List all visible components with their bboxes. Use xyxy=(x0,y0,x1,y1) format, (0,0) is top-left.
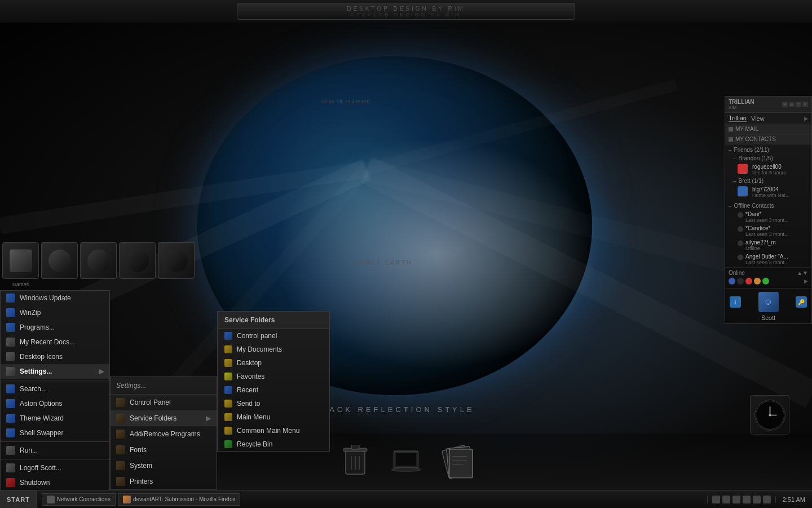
tray-icon-6[interactable] xyxy=(763,496,771,503)
settings-control-panel[interactable]: Control Panel xyxy=(111,395,217,410)
sf-favorites[interactable]: Favorites xyxy=(218,370,329,383)
start-button[interactable]: START xyxy=(0,491,37,508)
trillian-friends-group: – Friends (2/11) – Brandon (1/5) roguece… xyxy=(725,144,811,200)
settings-arrow: ▶ xyxy=(99,367,104,375)
trillian-icon-green[interactable] xyxy=(762,278,769,284)
settings-printers[interactable]: Printers xyxy=(111,474,217,489)
menu-separator-2 xyxy=(1,441,109,442)
ailyne-status: Offline xyxy=(745,246,776,251)
menu-item-windows-update[interactable]: Windows Update xyxy=(1,291,109,305)
add-remove-icon xyxy=(116,430,125,439)
trillian-icon-red[interactable] xyxy=(745,278,752,284)
sf-common-main-menu[interactable]: Common Main Menu xyxy=(218,424,329,437)
tray-icon-5[interactable] xyxy=(753,496,761,503)
settings-service-folders[interactable]: Service Folders ▶ xyxy=(111,410,217,426)
brandon-dash: – xyxy=(733,155,736,161)
sf-my-documents[interactable]: My Documents xyxy=(218,343,329,356)
settings-add-remove[interactable]: Add/Remove Programs xyxy=(111,426,217,442)
candice-name: *Candice* xyxy=(745,225,789,231)
dock-laptop-icon[interactable] xyxy=(389,445,423,479)
sf-recycle-bin[interactable]: Recycle Bin xyxy=(218,437,329,451)
sf-control-panel[interactable]: Control panel xyxy=(218,329,329,343)
ailyne-info: ailyne27f_m Offline xyxy=(745,239,776,251)
menu-item-recent-docs[interactable]: My Recent Docs... xyxy=(1,335,109,349)
dani-contact[interactable]: *Dani* Last seen 3 mont... xyxy=(733,210,808,224)
trillian-nav-trillian[interactable]: Trillian xyxy=(729,115,747,122)
trillian-nav-view[interactable]: View xyxy=(751,115,765,122)
app-icon-games[interactable]: Games xyxy=(2,242,39,279)
settings-system[interactable]: System xyxy=(111,458,217,474)
menu-separator-1 xyxy=(1,380,109,380)
sf-desktop[interactable]: Desktop xyxy=(218,356,329,370)
sf-common-main-menu-icon xyxy=(224,427,232,435)
app-icon-5[interactable] xyxy=(158,242,195,279)
trillian-more-arrow[interactable]: ▶ xyxy=(804,278,808,284)
trillian-nav-arrow[interactable]: ▶ xyxy=(804,116,808,121)
trillian-status-label[interactable]: Online xyxy=(729,270,745,276)
roguecell-avatar xyxy=(738,164,748,174)
desktop-icons-label: Desktop Icons xyxy=(20,353,63,361)
menu-item-settings[interactable]: Settings... ▶ xyxy=(1,364,109,379)
trillian-profile-left-symbol: ℹ xyxy=(734,299,736,305)
sf-control-panel-label: Control panel xyxy=(237,332,277,340)
sf-favorites-icon xyxy=(224,373,232,380)
app-icon-4[interactable] xyxy=(119,242,156,279)
tray-icon-1[interactable] xyxy=(712,496,720,503)
trillian-icons-row: ▶ xyxy=(729,276,808,286)
logoff-icon xyxy=(6,463,15,472)
sf-send-to[interactable]: Send to xyxy=(218,397,329,410)
menu-item-search[interactable]: Search... xyxy=(1,382,109,396)
friends-label: Friends (2/11) xyxy=(734,147,769,153)
service-folders-icon xyxy=(116,414,125,423)
trillian-chevron-icon[interactable]: ▾ xyxy=(802,102,808,107)
trillian-icon-blue[interactable] xyxy=(729,278,735,284)
blg-contact[interactable]: blg772004 Home with Nat... xyxy=(733,185,808,199)
taskbar-firefox[interactable]: deviantART: Submission - Mozilla Firefox xyxy=(118,493,241,506)
menu-item-run[interactable]: Run... xyxy=(1,443,109,458)
trillian-profile-right-icon[interactable]: 🔑 xyxy=(796,296,807,308)
sf-recent[interactable]: Recent xyxy=(218,383,329,397)
trillian-help-icon[interactable]: ? xyxy=(796,102,801,107)
trillian-icon-dark[interactable] xyxy=(737,278,744,284)
sf-recent-icon xyxy=(224,386,232,394)
roguecell-contact[interactable]: roguecell00 Idle for 5 hours xyxy=(733,163,808,177)
menu-item-programs[interactable]: Programs... xyxy=(1,320,109,335)
trillian-friends-header[interactable]: – Friends (2/11) xyxy=(729,146,808,154)
menu-item-winzip[interactable]: WinZip xyxy=(1,305,109,320)
trillian-icon-orange[interactable] xyxy=(754,278,761,284)
menu-item-theme-wizard[interactable]: Theme Wizard xyxy=(1,411,109,426)
brandon-header[interactable]: – Brandon (1/5) xyxy=(733,154,808,163)
menu-item-shutdown[interactable]: Shutdown xyxy=(1,475,109,490)
sf-desktop-label: Desktop xyxy=(237,359,262,367)
sf-main-menu[interactable]: Main Menu xyxy=(218,410,329,424)
control-panel-label: Control Panel xyxy=(130,398,171,406)
tray-icon-3[interactable] xyxy=(732,496,740,503)
menu-item-desktop-icons[interactable]: Desktop Icons xyxy=(1,349,109,364)
app-icon-2[interactable] xyxy=(41,242,78,279)
taskbar-tray xyxy=(707,496,775,503)
dock-document-icon[interactable] xyxy=(440,445,474,479)
angel-contact[interactable]: Angel Butler "A... Last seen 3 mont... xyxy=(733,252,808,266)
menu-item-logoff[interactable]: Logoff Scott... xyxy=(1,461,109,475)
tray-icon-4[interactable] xyxy=(743,496,751,503)
taskbar-network[interactable]: Network Connections xyxy=(42,493,116,506)
menu-separator-3 xyxy=(1,459,109,459)
ailyne-contact[interactable]: ailyne27f_m Offline xyxy=(733,238,808,252)
trillian-grid-icon[interactable]: ⊞ xyxy=(789,102,795,107)
fonts-icon xyxy=(116,445,125,454)
trillian-mail-icon[interactable]: ✉ xyxy=(782,102,788,107)
menu-item-aston-options[interactable]: Aston Options xyxy=(1,396,109,411)
taskbar-firefox-icon xyxy=(123,496,131,503)
dani-status: Last seen 3 mont... xyxy=(745,217,789,223)
dock-trash-icon[interactable] xyxy=(338,445,372,479)
offline-header[interactable]: – Offline Contacts xyxy=(729,202,808,210)
settings-fonts[interactable]: Fonts xyxy=(111,442,217,458)
brett-header[interactable]: – Brett (1/1) xyxy=(733,177,808,185)
trillian-status-arrows[interactable]: ▲▼ xyxy=(797,270,808,276)
trillian-avatar-main[interactable]: ☺ xyxy=(758,292,779,312)
candice-contact[interactable]: *Candice* Last seen 3 mont... xyxy=(733,224,808,238)
menu-item-shell-swapper[interactable]: Shell Swapper xyxy=(1,426,109,440)
app-icon-3[interactable] xyxy=(80,242,117,279)
tray-icon-2[interactable] xyxy=(722,496,730,503)
trillian-profile-left-icon[interactable]: ℹ xyxy=(730,296,741,308)
